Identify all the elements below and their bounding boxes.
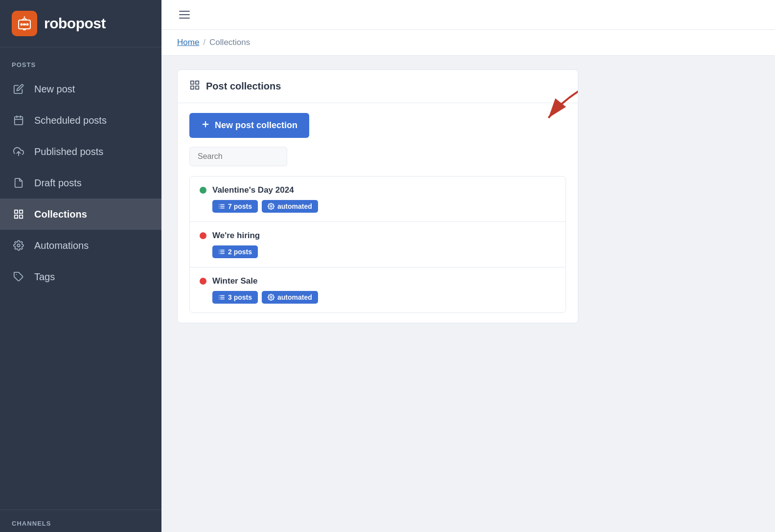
gear-small-icon — [268, 203, 274, 210]
sidebar-item-label-automations: Automations — [34, 240, 89, 251]
collection-tags-valentines: 7 posts automated — [200, 200, 556, 213]
gear-small-icon-winter — [268, 294, 274, 301]
sidebar-item-label-scheduled: Scheduled posts — [34, 115, 107, 126]
sidebar-nav: POSTS New post Scheduled posts — [0, 47, 161, 510]
svg-rect-18 — [196, 81, 199, 84]
collection-name-winter: Winter Sale — [212, 276, 257, 286]
main-content: Home / Collections Post collection — [161, 0, 775, 532]
collection-list: Valentine's Day 2024 7 posts — [189, 176, 566, 313]
hamburger-menu[interactable] — [177, 9, 192, 21]
hamburger-line-1 — [179, 11, 190, 12]
collection-item-title-hiring: We're hiring — [200, 231, 556, 241]
automated-badge-valentines: automated — [262, 200, 318, 213]
collections-header-icon — [189, 80, 200, 93]
logo-icon — [12, 11, 37, 36]
logo-area: robopost — [0, 0, 161, 47]
sidebar-item-published-posts[interactable]: Published posts — [0, 136, 161, 167]
pencil-icon — [12, 82, 25, 96]
posts-section-label: POSTS — [0, 47, 161, 73]
svg-rect-20 — [196, 86, 199, 89]
svg-point-4 — [24, 17, 25, 18]
sidebar-item-draft-posts[interactable]: Draft posts — [0, 167, 161, 199]
collections-card: Post collections — [177, 69, 578, 323]
topbar — [161, 0, 775, 30]
breadcrumb-home[interactable]: Home — [177, 38, 199, 47]
channels-label: CHANNELS — [12, 520, 150, 527]
hamburger-line-2 — [179, 14, 190, 15]
list-icon-winter — [218, 294, 225, 301]
document-icon — [12, 176, 25, 190]
sidebar-item-label-tags: Tags — [34, 271, 55, 283]
sidebar-item-label-draft: Draft posts — [34, 177, 82, 189]
status-dot-green — [200, 187, 206, 194]
sidebar-item-tags[interactable]: Tags — [0, 261, 161, 292]
breadcrumb-current: Collections — [209, 38, 250, 47]
search-input[interactable] — [189, 147, 287, 166]
svg-rect-17 — [191, 81, 194, 84]
list-icon-hiring — [218, 248, 225, 255]
sidebar-item-label-collections: Collections — [34, 209, 87, 220]
tag-icon — [12, 270, 25, 284]
svg-point-2 — [26, 23, 29, 26]
channels-section: CHANNELS — [0, 510, 161, 532]
sidebar-item-scheduled-posts[interactable]: Scheduled posts — [0, 105, 161, 136]
new-collection-button[interactable]: New post collection — [189, 113, 309, 138]
card-body: New post collection Valentine's Day 2024 — [178, 103, 578, 323]
svg-point-15 — [17, 244, 20, 247]
list-icon — [218, 203, 225, 210]
collection-name-valentines: Valentine's Day 2024 — [212, 185, 294, 195]
sidebar-item-automations[interactable]: Automations — [0, 230, 161, 261]
collection-item-valentines[interactable]: Valentine's Day 2024 7 posts — [190, 177, 566, 222]
svg-rect-13 — [15, 215, 18, 218]
content-wrapper: Post collections — [177, 69, 759, 323]
sidebar-item-new-post[interactable]: New post — [0, 73, 161, 105]
svg-rect-5 — [23, 29, 26, 30]
status-dot-red-hiring — [200, 232, 206, 239]
upload-icon — [12, 145, 25, 158]
svg-rect-12 — [20, 210, 23, 213]
breadcrumb: Home / Collections — [161, 30, 775, 56]
svg-point-30 — [270, 205, 272, 207]
collection-item-title-valentines: Valentine's Day 2024 — [200, 185, 556, 195]
collections-icon — [12, 207, 25, 221]
collection-tags-hiring: 2 posts — [200, 245, 556, 258]
collection-item-title-winter: Winter Sale — [200, 276, 556, 286]
svg-rect-14 — [20, 215, 23, 218]
svg-point-43 — [270, 296, 272, 298]
automated-badge-winter: automated — [262, 291, 318, 304]
svg-rect-19 — [191, 86, 194, 89]
collection-tags-winter: 3 posts automated — [200, 291, 556, 304]
content-area: Post collections — [161, 56, 775, 532]
sidebar-item-label-new-post: New post — [34, 84, 75, 95]
svg-point-1 — [21, 23, 23, 26]
status-dot-red-winter — [200, 278, 206, 285]
sidebar-item-label-published: Published posts — [34, 146, 103, 157]
collection-item-winter[interactable]: Winter Sale 3 posts — [190, 267, 566, 312]
collection-item-hiring[interactable]: We're hiring 2 posts — [190, 222, 566, 267]
sidebar: robopost POSTS New post — [0, 0, 161, 532]
posts-badge-valentines: 7 posts — [212, 200, 258, 213]
hamburger-line-3 — [179, 18, 190, 19]
posts-badge-winter: 3 posts — [212, 291, 258, 304]
card-header: Post collections — [178, 70, 578, 103]
posts-badge-hiring: 2 posts — [212, 245, 258, 258]
collection-name-hiring: We're hiring — [212, 231, 260, 241]
gear-icon — [12, 239, 25, 252]
breadcrumb-separator: / — [203, 38, 205, 47]
svg-rect-11 — [15, 210, 18, 213]
calendar-icon — [12, 113, 25, 127]
app-name: robopost — [44, 15, 106, 32]
card-title: Post collections — [206, 81, 281, 92]
svg-rect-3 — [23, 23, 26, 25]
svg-rect-6 — [15, 117, 23, 125]
plus-icon — [201, 120, 210, 131]
new-collection-label: New post collection — [215, 120, 297, 131]
sidebar-item-collections[interactable]: Collections — [0, 199, 161, 230]
